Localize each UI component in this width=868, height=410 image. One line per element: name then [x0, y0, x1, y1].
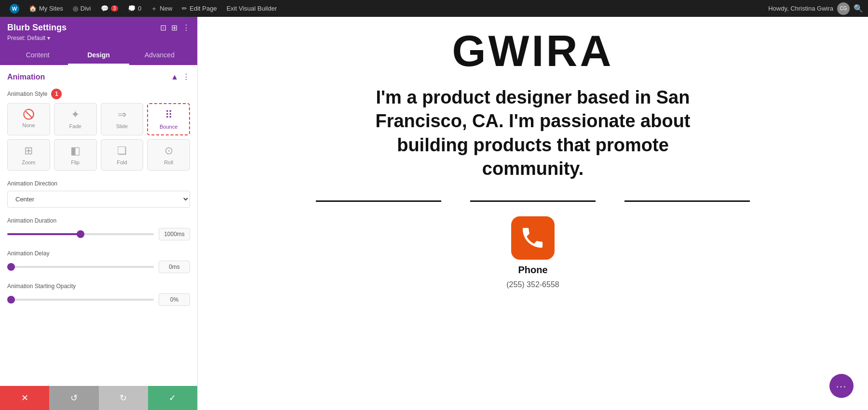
my-sites-item[interactable]: 🏠 My Sites — [24, 0, 68, 17]
fold-icon: ❏ — [117, 145, 127, 157]
new-label: New — [160, 5, 172, 12]
avatar[interactable]: CG — [837, 2, 850, 15]
animation-direction-group: Animation Direction Center Top Bottom Le… — [7, 180, 190, 208]
new-item[interactable]: ＋ New — [146, 0, 177, 17]
panel-footer: ✕ ↺ ↻ ✓ — [0, 386, 197, 410]
anim-roll[interactable]: ⊙ Roll — [147, 139, 190, 171]
plus-icon: ＋ — [151, 4, 157, 13]
blurb-icon-wrap — [511, 216, 555, 260]
exit-builder-label: Exit Visual Builder — [227, 5, 277, 12]
anim-slide[interactable]: ⇒ Slide — [101, 103, 144, 135]
anim-fade[interactable]: ✦ Fade — [54, 103, 97, 135]
undo-button[interactable]: ↺ — [49, 386, 98, 410]
main-layout: Blurb Settings ⊡ ⊞ ⋮ Preset: Default Con… — [0, 17, 868, 410]
panel-title-icons: ⊡ ⊞ ⋮ — [160, 23, 190, 32]
right-content: GWIRA I'm a product designer based in Sa… — [198, 17, 868, 410]
zoom-icon: ⊞ — [24, 145, 33, 157]
panel-title-row: Blurb Settings ⊡ ⊞ ⋮ — [7, 23, 190, 33]
divider-right — [624, 200, 750, 202]
opacity-slider[interactable] — [7, 299, 154, 301]
duration-slider[interactable] — [7, 233, 154, 235]
admin-bar: W 🏠 My Sites ◎ Divi 💬 3 💭 0 ＋ New ✏ Edit… — [0, 0, 868, 17]
panel-title: Blurb Settings — [7, 23, 67, 33]
comments-count: 3 — [111, 5, 119, 12]
left-panel: Blurb Settings ⊡ ⊞ ⋮ Preset: Default Con… — [0, 17, 198, 410]
panel-preset: Preset: Default — [7, 35, 190, 41]
page-description: I'm a product designer based in San Fran… — [364, 86, 702, 181]
direction-label: Animation Direction — [7, 180, 190, 187]
phone-icon — [519, 225, 546, 251]
fab-button[interactable]: ··· — [829, 374, 854, 398]
divi-icon: ◎ — [73, 5, 78, 12]
edit-page-label: Edit Page — [190, 5, 217, 12]
animation-duration-group: Animation Duration 1000ms — [7, 217, 190, 240]
panel-tabs: Content Design Advanced — [7, 46, 190, 65]
opacity-value: 0% — [159, 293, 190, 306]
dividers-row — [316, 200, 750, 202]
divider-left — [316, 200, 441, 202]
slide-icon: ⇒ — [118, 108, 126, 121]
page-title: GWIRA — [452, 26, 614, 76]
tab-design[interactable]: Design — [68, 46, 129, 65]
section-controls: ▲ ⋮ — [171, 72, 190, 81]
anim-none[interactable]: 🚫 None — [7, 103, 50, 135]
blurb-title: Phone — [518, 265, 547, 276]
roll-icon: ⊙ — [164, 145, 173, 157]
checkmark-icon: ✓ — [169, 393, 176, 403]
direction-select[interactable]: Center Top Bottom Left Right — [7, 191, 190, 208]
collapse-icon[interactable]: ▲ — [171, 73, 178, 81]
comments-icon: 💬 — [101, 5, 108, 12]
preset-label[interactable]: Preset: Default — [7, 35, 50, 41]
blurb-section: Phone (255) 352-6558 — [506, 216, 559, 289]
columns-icon[interactable]: ⊞ — [171, 23, 177, 32]
tab-advanced[interactable]: Advanced — [129, 46, 190, 65]
house-icon: 🏠 — [29, 5, 37, 12]
delay-slider[interactable] — [7, 266, 154, 268]
duration-label: Animation Duration — [7, 217, 190, 224]
divi-item[interactable]: ◎ Divi — [68, 0, 96, 17]
animation-section-header: Animation ▲ ⋮ — [7, 72, 190, 81]
resize-icon[interactable]: ⊡ — [160, 23, 166, 32]
anim-bounce[interactable]: ⠿ Bounce — [147, 103, 190, 135]
duration-value: 1000ms — [159, 228, 190, 240]
admin-bar-right: Howdy, Christina Gwira CG 🔍 — [768, 2, 863, 15]
bubble-icon: 💭 — [128, 5, 136, 12]
opacity-label: Animation Starting Opacity — [7, 283, 190, 290]
bubble-item[interactable]: 💭 0 — [123, 0, 146, 17]
none-icon: 🚫 — [23, 108, 35, 120]
exit-builder-item[interactable]: Exit Visual Builder — [222, 0, 282, 17]
section-menu-icon[interactable]: ⋮ — [182, 72, 190, 81]
search-icon[interactable]: 🔍 — [854, 4, 863, 13]
bubble-count: 0 — [138, 5, 141, 12]
animation-style-label: Animation Style 1 — [7, 89, 190, 99]
anim-fold[interactable]: ❏ Fold — [101, 139, 144, 171]
edit-page-item[interactable]: ✏ Edit Page — [177, 0, 221, 17]
animation-section-title: Animation — [7, 73, 45, 81]
divi-label: Divi — [81, 5, 91, 12]
panel-content: Animation ▲ ⋮ Animation Style 1 🚫 None — [0, 65, 197, 386]
blurb-subtitle: (255) 352-6558 — [506, 280, 559, 289]
delay-value: 0ms — [159, 261, 190, 273]
pencil-icon: ✏ — [182, 5, 187, 12]
duration-slider-group: 1000ms — [7, 228, 190, 240]
my-sites-label: My Sites — [39, 5, 63, 12]
save-button[interactable]: ✓ — [148, 386, 197, 410]
divider-center — [470, 200, 596, 202]
anim-flip[interactable]: ◧ Flip — [54, 139, 97, 171]
menu-icon[interactable]: ⋮ — [182, 23, 190, 32]
fab-icon: ··· — [836, 381, 847, 392]
redo-button[interactable]: ↻ — [99, 386, 148, 410]
animation-style-grid: 🚫 None ✦ Fade ⇒ Slide ⠿ Bounce — [7, 103, 190, 171]
wp-logo-item[interactable]: W — [5, 0, 24, 17]
anim-zoom[interactable]: ⊞ Zoom — [7, 139, 50, 171]
redo-icon: ↻ — [120, 393, 127, 403]
flip-icon: ◧ — [70, 145, 81, 157]
delay-label: Animation Delay — [7, 250, 190, 257]
comments-item[interactable]: 💬 3 — [96, 0, 123, 17]
style-badge: 1 — [51, 89, 62, 99]
cancel-button[interactable]: ✕ — [0, 386, 49, 410]
tab-content[interactable]: Content — [7, 46, 68, 65]
bounce-icon: ⠿ — [165, 109, 173, 121]
animation-style-group: Animation Style 1 🚫 None ✦ Fade ⇒ Slide — [7, 89, 190, 171]
delay-slider-group: 0ms — [7, 261, 190, 273]
